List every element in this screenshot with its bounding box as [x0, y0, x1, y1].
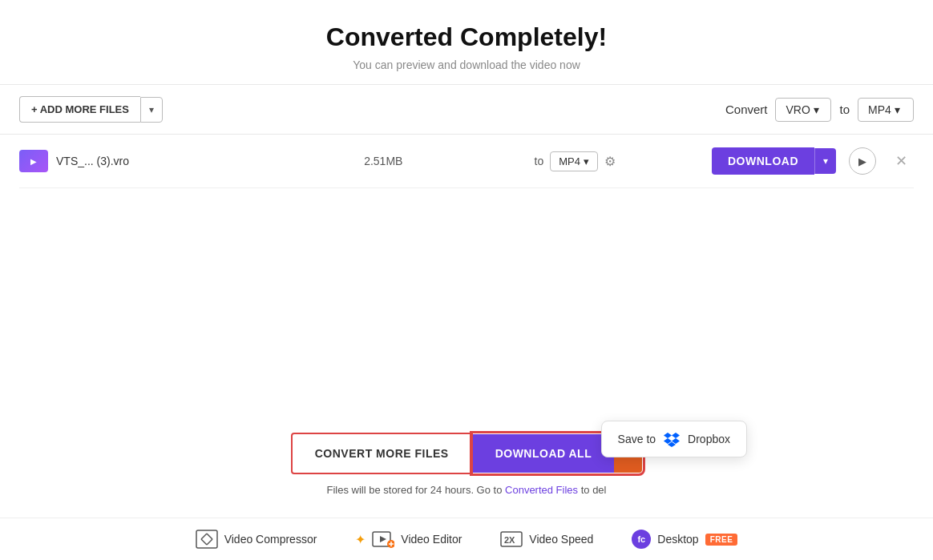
settings-icon[interactable]: ⚙ — [604, 154, 616, 169]
dropbox-label: Dropbox — [688, 433, 730, 445]
storage-notice: Files will be stored for 24 hours. Go to… — [326, 484, 606, 496]
svg-line-2 — [207, 534, 212, 539]
file-name: VTS_... (3).vro — [56, 155, 232, 167]
table-row: VTS_... (3).vro 2.51MB to MP4 ▾ ⚙ DOWNLO… — [19, 135, 914, 188]
save-to-label: Save to — [618, 433, 656, 445]
speed-icon: 2X — [500, 530, 523, 549]
svg-line-3 — [201, 539, 207, 545]
play-preview-button[interactable]: ▶ — [849, 147, 876, 175]
page-subtitle: You can preview and download the video n… — [0, 58, 933, 71]
to-label-inline: to — [535, 155, 544, 167]
from-format-select[interactable]: VRO ▾ — [775, 98, 831, 122]
output-format-select[interactable]: MP4 ▾ — [550, 151, 598, 171]
free-badge: FREE — [705, 534, 738, 546]
file-list: VTS_... (3).vro 2.51MB to MP4 ▾ ⚙ DOWNLO… — [0, 135, 933, 188]
desktop-app-icon: fc — [632, 530, 651, 549]
svg-text:2X: 2X — [504, 535, 515, 545]
nav-label-compressor: Video Compressor — [224, 533, 317, 546]
nav-label-speed: Video Speed — [529, 533, 593, 546]
bottom-buttons: CONVERT MORE FILES DOWNLOAD ALL ▾ — [291, 433, 642, 474]
add-files-dropdown-button[interactable]: ▾ — [140, 97, 163, 123]
convert-label: Convert — [725, 103, 768, 116]
nav-label-editor: Video Editor — [401, 533, 462, 546]
convert-more-button[interactable]: CONVERT MORE FILES — [291, 433, 473, 474]
sparkle-icon: ✦ — [355, 532, 366, 547]
svg-line-4 — [207, 539, 212, 545]
page-title: Converted Completely! — [0, 22, 933, 52]
toolbar: + ADD MORE FILES ▾ Convert VRO ▾ to MP4 … — [0, 85, 933, 135]
download-dropdown-button[interactable]: ▾ — [814, 148, 836, 174]
to-label: to — [839, 103, 850, 116]
svg-line-1 — [201, 534, 207, 539]
nav-item-desktop[interactable]: fc Desktop FREE — [632, 530, 737, 549]
svg-rect-0 — [196, 530, 217, 548]
to-format-select[interactable]: MP4 ▾ — [858, 98, 914, 122]
add-files-group: + ADD MORE FILES ▾ — [19, 96, 163, 123]
bottom-nav: Video Compressor ✦ Video Editor 2X Video… — [0, 518, 933, 560]
page-header: Converted Completely! You can preview an… — [0, 0, 933, 85]
dropbox-popup[interactable]: Save to Dropbox — [601, 421, 747, 457]
nav-item-video-compressor[interactable]: Video Compressor — [196, 530, 317, 549]
edit-icon — [372, 530, 394, 549]
add-files-button[interactable]: + ADD MORE FILES — [19, 96, 140, 123]
download-button[interactable]: DOWNLOAD — [712, 147, 814, 175]
download-all-button[interactable]: DOWNLOAD ALL — [473, 434, 615, 473]
download-button-group: DOWNLOAD ▾ — [712, 147, 836, 175]
convert-controls: Convert VRO ▾ to MP4 ▾ — [725, 98, 914, 122]
converted-files-link[interactable]: Converted Files — [505, 484, 578, 496]
svg-marker-9 — [380, 536, 386, 542]
file-size: 2.51MB — [232, 155, 535, 167]
nav-item-video-speed[interactable]: 2X Video Speed — [500, 530, 593, 549]
bottom-area: CONVERT MORE FILES DOWNLOAD ALL ▾ Files … — [0, 433, 933, 496]
compress-icon — [196, 530, 218, 549]
nav-item-video-editor[interactable]: ✦ Video Editor — [355, 530, 462, 549]
nav-label-desktop: Desktop — [657, 533, 698, 546]
remove-file-button[interactable]: ✕ — [889, 149, 914, 173]
dropbox-icon — [664, 431, 680, 447]
file-type-icon — [19, 150, 48, 172]
